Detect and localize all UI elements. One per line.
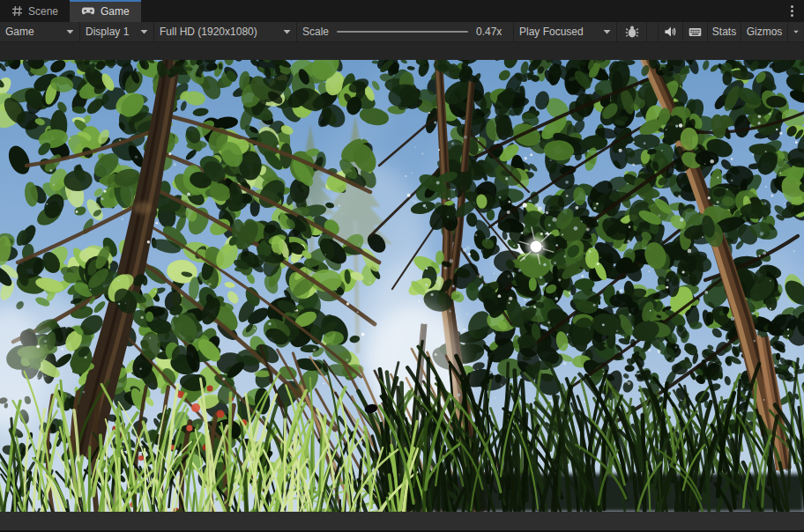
gizmos-dropdown-arrow[interactable] [788,22,804,41]
game-view-letterbox-bottom [0,512,804,532]
tab-game[interactable]: Game [70,0,141,22]
bug-icon [625,25,639,39]
keyboard-icon [689,26,702,38]
gamepad-icon [81,6,95,16]
stats-button[interactable]: Stats [708,22,741,41]
chevron-down-icon [793,29,799,34]
scale-control: Scale 0.47x [297,22,514,41]
chevron-down-icon [603,29,611,34]
chevron-down-icon [140,29,148,34]
chevron-down-icon [66,29,74,34]
resolution-dropdown[interactable]: Full HD (1920x1080) [154,22,297,41]
game-view-type-label: Game [5,26,34,38]
display-label: Display 1 [86,26,129,38]
tab-scene[interactable]: Scene [0,0,70,22]
resolution-label: Full HD (1920x1080) [160,26,257,38]
forest-scene-render [0,60,804,512]
tab-game-label: Game [100,5,130,18]
display-dropdown[interactable]: Display 1 [80,22,154,41]
game-view-type-dropdown[interactable]: Game [0,22,80,41]
play-focused-dropdown[interactable]: Play Focused [514,22,617,41]
stats-label: Stats [712,26,736,38]
scale-label: Scale [302,26,329,38]
kebab-menu-icon[interactable] [785,4,798,18]
speaker-icon [664,26,677,38]
game-view-letterbox-top [0,42,804,60]
scale-value: 0.47x [476,26,508,38]
play-focused-label: Play Focused [519,26,584,38]
grid-icon [11,5,23,17]
debug-bug-button[interactable] [617,22,647,41]
scale-slider[interactable] [337,26,468,38]
mute-audio-button[interactable] [659,22,683,41]
gizmos-button[interactable]: Gizmos [741,22,788,41]
tab-scene-label: Scene [28,5,58,18]
chevron-down-icon [283,29,291,34]
keyboard-shortcuts-button[interactable] [683,22,708,41]
gizmos-label: Gizmos [747,26,783,38]
unity-game-window: Scene Game Game Display 1 Full HD (1920x… [0,0,804,532]
toolbar-spacer [647,22,659,41]
tab-bar: Scene Game [0,0,804,22]
game-view-toolbar: Game Display 1 Full HD (1920x1080) Scale… [0,22,804,42]
game-render-viewport[interactable] [0,60,804,512]
